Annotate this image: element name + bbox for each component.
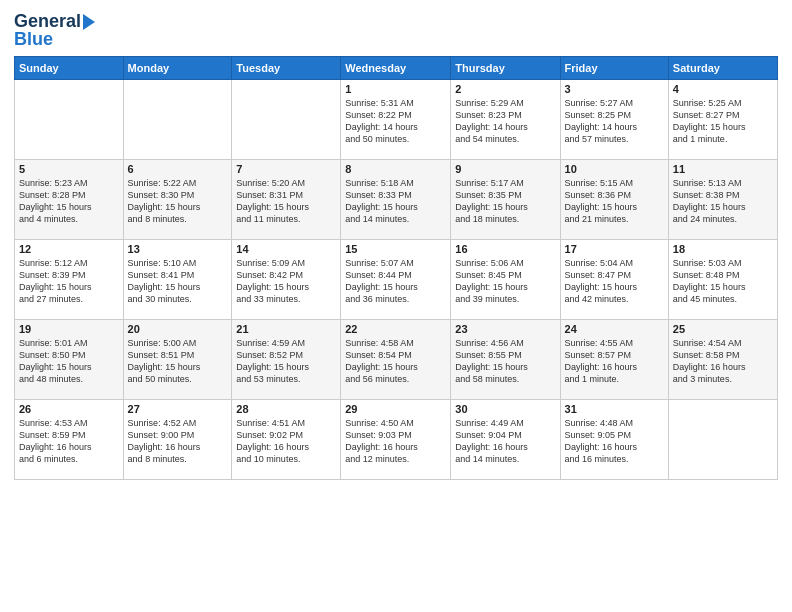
day-info: Sunrise: 5:10 AMSunset: 8:41 PMDaylight:… <box>128 257 228 306</box>
day-number: 27 <box>128 403 228 415</box>
day-info: Sunrise: 5:06 AMSunset: 8:45 PMDaylight:… <box>455 257 555 306</box>
day-cell: 27Sunrise: 4:52 AMSunset: 9:00 PMDayligh… <box>123 399 232 479</box>
day-info: Sunrise: 4:51 AMSunset: 9:02 PMDaylight:… <box>236 417 336 466</box>
day-number: 1 <box>345 83 446 95</box>
week-row-1: 1Sunrise: 5:31 AMSunset: 8:22 PMDaylight… <box>15 79 778 159</box>
day-cell: 28Sunrise: 4:51 AMSunset: 9:02 PMDayligh… <box>232 399 341 479</box>
day-cell: 21Sunrise: 4:59 AMSunset: 8:52 PMDayligh… <box>232 319 341 399</box>
day-number: 10 <box>565 163 664 175</box>
day-number: 24 <box>565 323 664 335</box>
logo-arrow-icon <box>83 14 95 30</box>
day-number: 6 <box>128 163 228 175</box>
day-number: 19 <box>19 323 119 335</box>
day-cell: 11Sunrise: 5:13 AMSunset: 8:38 PMDayligh… <box>668 159 777 239</box>
day-cell: 3Sunrise: 5:27 AMSunset: 8:25 PMDaylight… <box>560 79 668 159</box>
day-info: Sunrise: 5:20 AMSunset: 8:31 PMDaylight:… <box>236 177 336 226</box>
day-cell: 24Sunrise: 4:55 AMSunset: 8:57 PMDayligh… <box>560 319 668 399</box>
day-cell: 25Sunrise: 4:54 AMSunset: 8:58 PMDayligh… <box>668 319 777 399</box>
day-number: 20 <box>128 323 228 335</box>
day-number: 28 <box>236 403 336 415</box>
day-cell: 9Sunrise: 5:17 AMSunset: 8:35 PMDaylight… <box>451 159 560 239</box>
day-info: Sunrise: 4:59 AMSunset: 8:52 PMDaylight:… <box>236 337 336 386</box>
day-info: Sunrise: 4:49 AMSunset: 9:04 PMDaylight:… <box>455 417 555 466</box>
day-cell: 31Sunrise: 4:48 AMSunset: 9:05 PMDayligh… <box>560 399 668 479</box>
day-number: 25 <box>673 323 773 335</box>
day-cell: 8Sunrise: 5:18 AMSunset: 8:33 PMDaylight… <box>341 159 451 239</box>
weekday-header-thursday: Thursday <box>451 56 560 79</box>
day-info: Sunrise: 5:03 AMSunset: 8:48 PMDaylight:… <box>673 257 773 306</box>
day-info: Sunrise: 4:48 AMSunset: 9:05 PMDaylight:… <box>565 417 664 466</box>
day-cell: 13Sunrise: 5:10 AMSunset: 8:41 PMDayligh… <box>123 239 232 319</box>
day-number: 7 <box>236 163 336 175</box>
weekday-header-friday: Friday <box>560 56 668 79</box>
weekday-header-saturday: Saturday <box>668 56 777 79</box>
day-info: Sunrise: 4:53 AMSunset: 8:59 PMDaylight:… <box>19 417 119 466</box>
day-info: Sunrise: 5:09 AMSunset: 8:42 PMDaylight:… <box>236 257 336 306</box>
day-cell: 12Sunrise: 5:12 AMSunset: 8:39 PMDayligh… <box>15 239 124 319</box>
day-number: 11 <box>673 163 773 175</box>
day-number: 29 <box>345 403 446 415</box>
day-info: Sunrise: 5:00 AMSunset: 8:51 PMDaylight:… <box>128 337 228 386</box>
day-cell: 29Sunrise: 4:50 AMSunset: 9:03 PMDayligh… <box>341 399 451 479</box>
day-number: 15 <box>345 243 446 255</box>
day-cell: 7Sunrise: 5:20 AMSunset: 8:31 PMDaylight… <box>232 159 341 239</box>
day-cell: 19Sunrise: 5:01 AMSunset: 8:50 PMDayligh… <box>15 319 124 399</box>
day-cell: 5Sunrise: 5:23 AMSunset: 8:28 PMDaylight… <box>15 159 124 239</box>
day-number: 4 <box>673 83 773 95</box>
day-info: Sunrise: 5:01 AMSunset: 8:50 PMDaylight:… <box>19 337 119 386</box>
day-info: Sunrise: 5:25 AMSunset: 8:27 PMDaylight:… <box>673 97 773 146</box>
day-info: Sunrise: 5:13 AMSunset: 8:38 PMDaylight:… <box>673 177 773 226</box>
logo-blue-text: Blue <box>14 30 53 50</box>
day-info: Sunrise: 5:04 AMSunset: 8:47 PMDaylight:… <box>565 257 664 306</box>
weekday-header-sunday: Sunday <box>15 56 124 79</box>
day-info: Sunrise: 5:22 AMSunset: 8:30 PMDaylight:… <box>128 177 228 226</box>
day-cell: 14Sunrise: 5:09 AMSunset: 8:42 PMDayligh… <box>232 239 341 319</box>
day-info: Sunrise: 5:18 AMSunset: 8:33 PMDaylight:… <box>345 177 446 226</box>
day-info: Sunrise: 4:58 AMSunset: 8:54 PMDaylight:… <box>345 337 446 386</box>
day-cell: 26Sunrise: 4:53 AMSunset: 8:59 PMDayligh… <box>15 399 124 479</box>
day-cell: 23Sunrise: 4:56 AMSunset: 8:55 PMDayligh… <box>451 319 560 399</box>
day-cell: 30Sunrise: 4:49 AMSunset: 9:04 PMDayligh… <box>451 399 560 479</box>
day-number: 21 <box>236 323 336 335</box>
weekday-row: SundayMondayTuesdayWednesdayThursdayFrid… <box>15 56 778 79</box>
week-row-3: 12Sunrise: 5:12 AMSunset: 8:39 PMDayligh… <box>15 239 778 319</box>
day-cell: 18Sunrise: 5:03 AMSunset: 8:48 PMDayligh… <box>668 239 777 319</box>
day-info: Sunrise: 5:31 AMSunset: 8:22 PMDaylight:… <box>345 97 446 146</box>
day-info: Sunrise: 5:27 AMSunset: 8:25 PMDaylight:… <box>565 97 664 146</box>
day-info: Sunrise: 5:29 AMSunset: 8:23 PMDaylight:… <box>455 97 555 146</box>
day-info: Sunrise: 4:54 AMSunset: 8:58 PMDaylight:… <box>673 337 773 386</box>
day-cell: 20Sunrise: 5:00 AMSunset: 8:51 PMDayligh… <box>123 319 232 399</box>
day-cell <box>668 399 777 479</box>
day-cell: 6Sunrise: 5:22 AMSunset: 8:30 PMDaylight… <box>123 159 232 239</box>
day-number: 18 <box>673 243 773 255</box>
day-cell: 4Sunrise: 5:25 AMSunset: 8:27 PMDaylight… <box>668 79 777 159</box>
day-number: 31 <box>565 403 664 415</box>
calendar-header: SundayMondayTuesdayWednesdayThursdayFrid… <box>15 56 778 79</box>
day-info: Sunrise: 4:55 AMSunset: 8:57 PMDaylight:… <box>565 337 664 386</box>
day-cell: 10Sunrise: 5:15 AMSunset: 8:36 PMDayligh… <box>560 159 668 239</box>
day-info: Sunrise: 5:15 AMSunset: 8:36 PMDaylight:… <box>565 177 664 226</box>
day-number: 12 <box>19 243 119 255</box>
day-cell <box>15 79 124 159</box>
day-number: 14 <box>236 243 336 255</box>
week-row-5: 26Sunrise: 4:53 AMSunset: 8:59 PMDayligh… <box>15 399 778 479</box>
day-cell: 2Sunrise: 5:29 AMSunset: 8:23 PMDaylight… <box>451 79 560 159</box>
day-info: Sunrise: 5:07 AMSunset: 8:44 PMDaylight:… <box>345 257 446 306</box>
weekday-header-monday: Monday <box>123 56 232 79</box>
week-row-2: 5Sunrise: 5:23 AMSunset: 8:28 PMDaylight… <box>15 159 778 239</box>
day-cell: 17Sunrise: 5:04 AMSunset: 8:47 PMDayligh… <box>560 239 668 319</box>
page: General Blue SundayMondayTuesdayWednesda… <box>0 0 792 612</box>
header: General Blue <box>14 12 778 50</box>
day-info: Sunrise: 4:56 AMSunset: 8:55 PMDaylight:… <box>455 337 555 386</box>
day-info: Sunrise: 5:12 AMSunset: 8:39 PMDaylight:… <box>19 257 119 306</box>
calendar-table: SundayMondayTuesdayWednesdayThursdayFrid… <box>14 56 778 480</box>
day-cell: 15Sunrise: 5:07 AMSunset: 8:44 PMDayligh… <box>341 239 451 319</box>
day-number: 2 <box>455 83 555 95</box>
day-number: 26 <box>19 403 119 415</box>
day-number: 30 <box>455 403 555 415</box>
day-number: 8 <box>345 163 446 175</box>
day-info: Sunrise: 5:23 AMSunset: 8:28 PMDaylight:… <box>19 177 119 226</box>
day-number: 16 <box>455 243 555 255</box>
day-number: 5 <box>19 163 119 175</box>
day-number: 17 <box>565 243 664 255</box>
